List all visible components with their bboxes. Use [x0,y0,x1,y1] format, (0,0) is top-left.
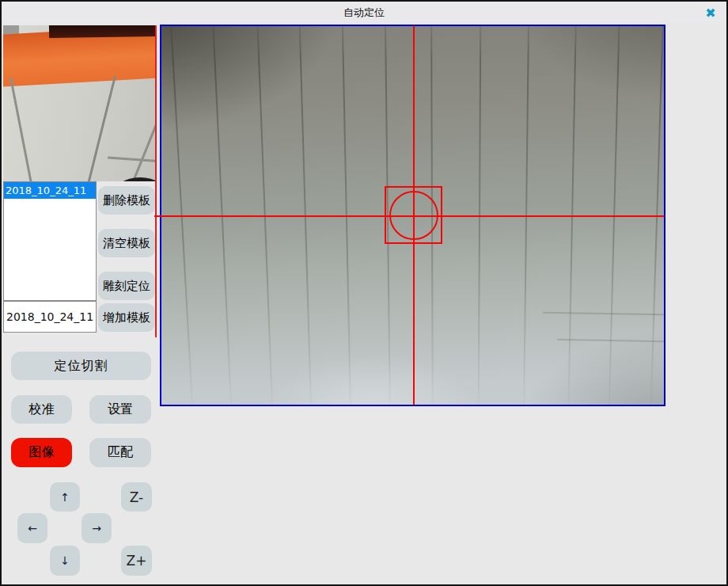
thumbnail-dark-bar [49,25,155,38]
auto-position-dialog: 自动定位 ✖ 2018_10_24_11 删除模板 清空模板 雕刻定位 增加模板… [0,0,728,586]
dialog-title: 自动定位 [343,6,385,20]
ceiling-horizontal-seam [543,312,664,316]
delete-template-button[interactable]: 删除模板 [98,186,155,215]
z-plus-button[interactable]: Z+ [121,546,152,576]
thumbnail-tile-line-left [9,78,35,181]
calibrate-button[interactable]: 校准 [11,395,72,424]
template-preview-image [3,25,155,181]
thumbnail-tile-line-right [123,124,155,181]
thumbnail-tile-line-middle [85,76,116,181]
close-icon[interactable]: ✖ [701,4,720,21]
thumbnail-tile-line-horizontal [108,157,155,163]
target-circle [389,191,438,240]
template-list[interactable]: 2018_10_24_11 [3,181,97,301]
jog-up-button[interactable]: ↑ [50,482,80,512]
position-cut-button[interactable]: 定位切割 [11,352,151,380]
jog-down-button[interactable]: ↓ [50,546,80,576]
engrave-position-button[interactable]: 雕刻定位 [98,272,155,300]
template-name-input[interactable] [3,301,97,333]
jog-right-button[interactable]: → [82,513,112,543]
match-button[interactable]: 匹配 [89,438,151,467]
z-minus-button[interactable]: Z- [121,482,152,512]
thumbnail-dark-object [112,177,155,181]
clear-templates-button[interactable]: 清空模板 [98,229,155,257]
vertical-red-ruler-line [155,25,157,337]
template-list-item-selected[interactable]: 2018_10_24_11 [4,182,96,199]
add-template-button[interactable]: 增加模板 [98,303,155,332]
settings-button[interactable]: 设置 [89,395,151,424]
jog-left-button[interactable]: ← [17,513,47,543]
image-button[interactable]: 图像 [11,438,72,467]
titlebar: 自动定位 ✖ [2,2,726,24]
camera-view[interactable] [160,25,665,406]
